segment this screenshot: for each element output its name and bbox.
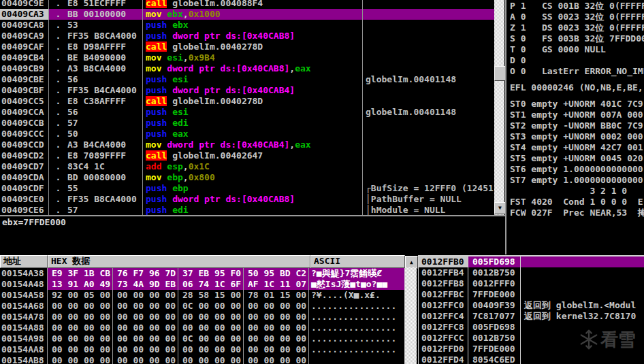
register-gap[interactable] xyxy=(510,93,644,99)
disasm-row[interactable]: 00409CCA.56push esiglobelIm.00401148 xyxy=(0,107,494,118)
dump-row[interactable]: 00154A4813 91 A0 4973 4A 9D EB06 74 1C 6… xyxy=(0,279,404,290)
stack-address: 0012FFC0 xyxy=(419,300,468,311)
register-line[interactable]: A 0 SS 0023 32位 0(FFFFF xyxy=(510,12,644,22)
disasm-instruction: mov dword ptr ds:[0x40CAB8],eax xyxy=(143,63,363,74)
disasm-bytes: .E8 D98AFFFF xyxy=(49,42,143,52)
dump-header-ascii[interactable]: ASCII xyxy=(310,255,405,268)
disasm-row[interactable]: 00409CE0.FF35 B8CA4000push dword ptr ds:… xyxy=(0,194,494,205)
opcode-bytes: 56 xyxy=(67,107,78,118)
register-line[interactable]: ST6 empty 1.0000000000000 xyxy=(510,164,644,175)
analysis-dot: . xyxy=(49,161,67,172)
analysis-dot: . xyxy=(49,85,67,96)
analysis-dot: . xyxy=(49,20,67,31)
disasm-row[interactable]: 00409CC5.E8 C38AFFFFcall globelIm.004027… xyxy=(0,96,494,107)
register-line[interactable]: ST2 empty -UNORM BB0C 7C9 xyxy=(510,120,644,131)
stack-row[interactable]: 0012FFB0005FD698 xyxy=(419,257,644,267)
register-gap[interactable] xyxy=(510,77,644,82)
stack-address: 0012FFB8 xyxy=(419,278,468,289)
disassembly-scrollbar-thumb[interactable] xyxy=(494,66,506,81)
dump-header-hex[interactable]: HEX 数据 xyxy=(48,255,310,268)
analysis-dot: . xyxy=(49,129,67,139)
disasm-row[interactable]: 00409CA3.BB 00100000mov ebx,0x1000 xyxy=(0,9,494,20)
stack-row[interactable]: 0012FFC47C817077返回到 kernel32.7C8170 xyxy=(419,311,644,322)
dump-address: 00154A58 xyxy=(0,290,48,301)
disassembly-scrollbar[interactable] xyxy=(494,0,504,215)
dump-ascii: ?■與鯷}7霑餚暎Ȼ xyxy=(309,268,404,279)
hex-dump-pane[interactable]: 00154A38E9 3F 1B CB76 F7 96 7D37 EB 95 F… xyxy=(0,268,405,364)
register-line[interactable]: 3 2 1 0 xyxy=(510,186,644,197)
register-line[interactable]: ST3 empty +UNORM 0002 000 xyxy=(510,131,644,142)
info-pane[interactable]: ebx=7FFDE000 xyxy=(0,215,505,255)
register-line[interactable]: D 0 xyxy=(510,55,644,66)
disasm-row[interactable]: 00409CAF.E8 D98AFFFFcall globelIm.004027… xyxy=(0,42,494,52)
dump-row[interactable]: 00154A9800 00 00 0000 00 00 000C 00 00 0… xyxy=(0,333,404,344)
disasm-address: 00409CA8 xyxy=(0,20,49,31)
disasm-row[interactable]: 00409CBF.FF35 B4CA4000push dword ptr ds:… xyxy=(0,85,494,96)
dump-hex-group: 0C 00 00 00 xyxy=(178,333,244,344)
stack-row[interactable]: 0012FFC000409F39返回到 globelIm.<Modul xyxy=(419,300,644,311)
disasm-row[interactable]: 00409CA8.53push ebx xyxy=(0,20,494,31)
register-line[interactable]: ST4 empty +UNORM 42C7 001 xyxy=(510,142,644,153)
disassembly-pane[interactable]: 00409C9E.E8 51ECFFFFcall globelIm.004088… xyxy=(0,0,494,215)
disasm-comment: globelIm.00401148 xyxy=(363,74,494,85)
register-line[interactable]: P 1 CS 001B 32位 0(FFFFF xyxy=(510,1,644,12)
register-line[interactable]: Z 1 DS 0023 32位 0(FFFFF xyxy=(510,22,644,33)
stack-row[interactable]: 0012FFBC7FFDE000 xyxy=(419,289,644,300)
disasm-comment xyxy=(363,161,494,172)
disasm-row[interactable]: 00409CDF.55push ebp┌BufSize = 12FFF0 (12… xyxy=(0,183,494,194)
scroll-down-button[interactable]: ▼ xyxy=(494,202,506,214)
dump-row[interactable]: 00154AA800 00 00 0000 00 00 0000 00 00 0… xyxy=(0,344,404,355)
opcode-bytes: FF35 B8CA4000 xyxy=(67,194,137,205)
disasm-row[interactable]: 00409CA9.FF35 B8CA4000push dword ptr ds:… xyxy=(0,31,494,42)
disasm-address: 00409CE0 xyxy=(0,194,49,205)
disasm-row[interactable]: 00409CB9.A3 B8CA4000mov dword ptr ds:[0x… xyxy=(0,63,494,74)
register-line[interactable]: FST 4020 Cond 1 0 0 0 E xyxy=(510,197,644,208)
disasm-bytes: .E8 51ECFFFF xyxy=(49,0,143,9)
stack-comment xyxy=(521,289,644,300)
dump-ascii: ................ xyxy=(309,301,404,312)
dump-header-address[interactable]: 地址 xyxy=(0,255,48,268)
register-line[interactable]: O 0 LastErr ERROR_NO_IMP xyxy=(510,66,644,77)
instr-token-reg: esp xyxy=(167,161,182,171)
registers-pane[interactable]: P 1 CS 001B 32位 0(FFFFFA 0 SS 0023 32位 0… xyxy=(505,0,644,254)
disasm-row[interactable]: 00409CCB.57push edi xyxy=(0,118,494,129)
dump-hex-group: 28 58 15 00 xyxy=(178,290,244,301)
register-line[interactable]: ST1 empty +UNORM 007A 000 xyxy=(510,110,644,120)
dump-row[interactable]: 00154A6800 00 00 0000 00 00 000C 00 00 0… xyxy=(0,301,404,312)
dump-scrollbar[interactable] xyxy=(405,267,417,364)
stack-row[interactable]: 0012FFB80012FFF0 xyxy=(419,278,644,289)
disasm-row[interactable]: 00409C9E.E8 51ECFFFFcall globelIm.004088… xyxy=(0,0,494,9)
dump-hex-group: 00 00 00 00 xyxy=(244,344,309,355)
disasm-row[interactable]: 00409CE6.57push edi│hModule = NULL xyxy=(0,205,494,215)
stack-row[interactable]: 0012FFD48054C6ED xyxy=(419,354,644,364)
dump-hex-group: 00 00 00 00 xyxy=(113,355,178,364)
register-line[interactable]: T 0 GS 0000 NULL xyxy=(510,44,644,55)
stack-row[interactable]: 0012FFB40012B750 xyxy=(419,267,644,278)
dump-hex-group: 73 4A 9D EB xyxy=(113,279,178,290)
instr-token-def: , xyxy=(183,52,189,63)
stack-value: 005FD698 xyxy=(468,257,521,267)
disasm-row[interactable]: 00409CCD.A3 B4CA4000mov dword ptr ds:[0x… xyxy=(0,139,494,150)
dump-address: 00154A38 xyxy=(0,268,48,279)
disasm-row[interactable]: 00409CBE.56push esiglobelIm.00401148 xyxy=(0,74,494,85)
register-line[interactable]: ST7 empty 1.0000000000000 xyxy=(510,175,644,186)
disasm-row[interactable]: 00409CB4.BE B4090000mov esi,0x9B4 xyxy=(0,52,494,63)
dump-row[interactable]: 00154A8800 00 00 0000 00 00 0000 00 00 0… xyxy=(0,322,404,333)
register-line[interactable]: ST0 empty +UNORM 401C 7C9 xyxy=(510,99,644,110)
register-line[interactable]: ST5 empty +UNORM 0045 020 xyxy=(510,153,644,164)
dump-row[interactable]: 00154A7800 00 00 0000 00 00 0000 00 00 0… xyxy=(0,312,404,322)
disasm-row[interactable]: 00409CCC.50push eax xyxy=(0,129,494,139)
disasm-row[interactable]: 00409CDA.BD 00080000mov ebp,0x800 xyxy=(0,172,494,183)
instr-token-mem: dword ptr ds:[0x40CAB4] xyxy=(172,85,295,95)
register-line[interactable]: FCW 027F Prec NEAR,53 掩 xyxy=(510,208,644,218)
dump-row[interactable]: 00154AB800 00 00 0000 00 00 0000 00 00 0… xyxy=(0,355,404,364)
instr-token-def: globelIm.0040278D xyxy=(167,42,263,52)
register-line[interactable]: S 0 FS 003B 32位 7FFDD00 xyxy=(510,33,644,44)
opcode-bytes: E8 C38AFFFF xyxy=(67,96,126,107)
register-line[interactable]: EFL 00000246 (NO,NB,E,BE, xyxy=(510,82,644,93)
dump-row[interactable]: 00154A5892 00 05 0000 00 00 0028 58 15 0… xyxy=(0,290,404,301)
disasm-row[interactable]: 00409CD7.83C4 1Cadd esp,0x1C xyxy=(0,161,494,172)
dump-row[interactable]: 00154A38E9 3F 1B CB76 F7 96 7D37 EB 95 F… xyxy=(0,268,404,279)
disasm-instruction: mov ebp,0x800 xyxy=(143,172,363,183)
disasm-row[interactable]: 00409CD2.E8 7089FFFFcall globelIm.004026… xyxy=(0,150,494,161)
